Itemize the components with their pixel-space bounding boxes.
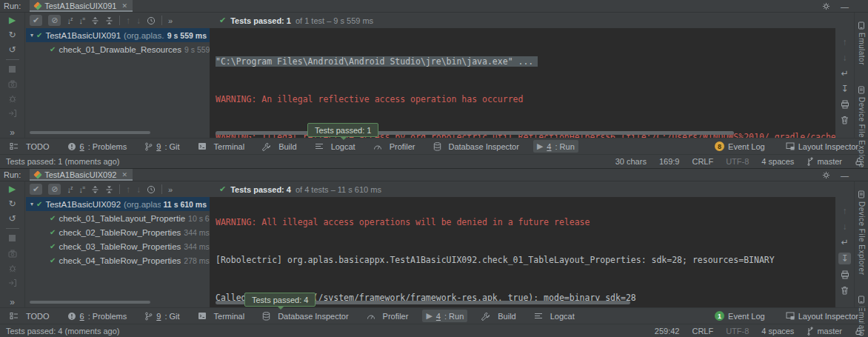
previous-occurrence-icon[interactable]: ↑	[126, 184, 130, 195]
sort-by-duration-icon[interactable]: ↓≡	[79, 185, 85, 194]
status-message[interactable]: Tests passed: 1 (moments ago)	[6, 157, 119, 166]
sort-alphabetically-icon[interactable]: ↓z	[67, 185, 73, 194]
tree-hscrollbar[interactable]	[30, 131, 150, 134]
down-stacktrace-icon[interactable]: ↓	[843, 221, 847, 232]
sort-by-duration-icon[interactable]: ↓≡	[79, 16, 85, 25]
status-message[interactable]: Tests passed: 4 (moments ago)	[6, 327, 119, 336]
lock-icon[interactable]	[855, 157, 862, 166]
up-stacktrace-icon[interactable]: ↑	[843, 206, 847, 216]
toolwindow-terminal[interactable]: Terminal	[194, 141, 249, 153]
toolwindow-logcat[interactable]: Logcat	[311, 141, 359, 153]
gear-icon[interactable]	[822, 171, 830, 179]
line-ending-widget[interactable]: CRLF	[692, 327, 713, 336]
caret-position-widget[interactable]: 259:42	[655, 327, 680, 336]
clear-console-icon[interactable]	[841, 115, 849, 125]
indent-widget[interactable]: 4 spaces	[761, 157, 794, 166]
gear-icon[interactable]	[822, 2, 830, 10]
toolwindow-logcat[interactable]: Logcat	[530, 310, 578, 322]
test-tree-item[interactable]: ✔ check_03_TableRow_Properties 344 ms	[26, 239, 210, 253]
rerun-failed-icon[interactable]: ↺	[8, 213, 16, 224]
scroll-to-end-icon[interactable]: ↧	[838, 253, 850, 264]
toolwindow-run[interactable]: ▶4: Run	[533, 140, 578, 153]
soft-wrap-icon[interactable]: ↵	[841, 237, 848, 247]
line-ending-widget[interactable]: CRLF	[692, 157, 713, 166]
show-ignored-icon[interactable]: ⊘	[48, 15, 61, 26]
show-passed-icon[interactable]: ✔	[30, 15, 42, 26]
test-history-icon[interactable]	[147, 16, 156, 25]
import-test-results-icon[interactable]	[8, 278, 17, 288]
scroll-to-end-icon[interactable]: ↧	[841, 84, 848, 94]
import-test-results-icon[interactable]	[8, 108, 17, 119]
test-tree-item[interactable]: ✔ check_01_TableLayout_Propertie 10 s 64…	[26, 211, 210, 225]
event-log-button[interactable]: 1Event Log	[711, 310, 769, 322]
next-occurrence-icon[interactable]: ↓	[136, 15, 141, 26]
show-ignored-icon[interactable]: ⊘	[48, 184, 61, 195]
toolwindow-todo[interactable]: TODO	[6, 310, 53, 322]
bug-icon[interactable]	[8, 263, 17, 273]
rerun-icon[interactable]: ↻	[8, 30, 16, 40]
indent-widget[interactable]: 4 spaces	[761, 327, 794, 336]
expand-all-icon[interactable]	[91, 185, 99, 194]
close-icon[interactable]: ✕	[121, 171, 127, 178]
hide-icon[interactable]: —	[841, 2, 849, 11]
rerun-button[interactable]: ▶	[9, 15, 16, 25]
tree-hscrollbar[interactable]	[30, 301, 150, 304]
caret-position-widget[interactable]: 169:9	[659, 157, 680, 166]
more-icon[interactable]: »	[168, 16, 173, 25]
console-hscrollbar[interactable]	[216, 131, 734, 135]
test-tree-root[interactable]: ▾ ✔ TestA1BasicUIX092 (org.aplas.basica …	[26, 197, 210, 211]
encoding-widget[interactable]: UTF-8	[726, 327, 749, 336]
screenshot-icon[interactable]	[8, 79, 17, 90]
bug-icon[interactable]	[8, 93, 17, 104]
rerun-button[interactable]: ▶	[9, 184, 16, 194]
screenshot-icon[interactable]	[8, 248, 17, 258]
down-stacktrace-icon[interactable]: ↓	[843, 53, 847, 63]
chevron-down-icon[interactable]: ▾	[30, 201, 33, 207]
toolwindow-profiler[interactable]: Profiler	[363, 310, 413, 322]
toolwindow-run[interactable]: ▶4: Run	[422, 310, 467, 322]
git-branch-widget[interactable]: master	[807, 157, 842, 166]
print-icon[interactable]	[841, 270, 849, 280]
sort-alphabetically-icon[interactable]: ↓z	[67, 16, 73, 25]
encoding-widget[interactable]: UTF-8	[726, 157, 749, 166]
next-occurrence-icon[interactable]: ↓	[136, 184, 141, 195]
previous-occurrence-icon[interactable]: ↑	[126, 15, 130, 26]
toolwindow-database-inspector[interactable]: Database Inspector	[430, 141, 523, 153]
chars-widget[interactable]: 30 chars	[615, 157, 647, 166]
chevrons-icon[interactable]: »	[10, 127, 15, 138]
rerun-failed-icon[interactable]: ↺	[8, 44, 16, 55]
test-tree-item[interactable]: ✔ check_02_TableRow_Properties 344 ms	[26, 225, 210, 239]
run-tab[interactable]: TestA1BasicUIX091 ✕	[30, 0, 133, 12]
lock-icon[interactable]	[855, 327, 862, 336]
close-icon[interactable]: ✕	[121, 2, 127, 10]
print-icon[interactable]	[841, 99, 849, 110]
toolwindow-database-inspector[interactable]: Database Inspector	[258, 310, 352, 322]
layout-inspector-button[interactable]: Layout Inspector	[782, 141, 862, 153]
toolwindow-git[interactable]: 9: Git	[141, 310, 183, 322]
chevron-down-icon[interactable]: ▾	[30, 32, 33, 39]
toolwindow-todo[interactable]: TODO	[6, 141, 53, 153]
strip-item-device-file-explorer[interactable]: Device File Explorer	[858, 190, 866, 275]
expand-all-icon[interactable]	[91, 16, 99, 25]
test-tree-item[interactable]: ✔ check_01_Drawable_Resources 9 s 559 ms	[26, 42, 210, 56]
toolwindow-problems[interactable]: 6: Problems	[64, 310, 131, 322]
clear-console-icon[interactable]	[841, 285, 849, 296]
test-history-icon[interactable]	[147, 185, 156, 194]
more-icon[interactable]: »	[168, 185, 173, 194]
soft-wrap-icon[interactable]: ↵	[841, 68, 848, 79]
toolwindow-terminal[interactable]: Terminal	[194, 310, 249, 322]
git-branch-widget[interactable]: master	[807, 327, 842, 336]
test-tree-item[interactable]: ✔ check_04_TableRow_Properties 278 ms	[26, 253, 210, 267]
up-stacktrace-icon[interactable]: ↑	[843, 37, 847, 47]
collapse-all-icon[interactable]	[105, 16, 113, 25]
rerun-icon[interactable]: ↻	[8, 198, 16, 209]
layout-inspector-button[interactable]: Layout Inspector	[782, 310, 862, 322]
event-log-button[interactable]: 8Event Log	[711, 140, 769, 153]
chevrons-icon[interactable]: »	[10, 297, 15, 307]
run-tab[interactable]: TestA1BasicUIX092 ✕	[30, 169, 133, 181]
toolwindow-problems[interactable]: 6: Problems	[64, 141, 131, 153]
strip-item-emulator[interactable]: Emulator	[858, 21, 866, 65]
toolwindow-git[interactable]: 9: Git	[141, 141, 183, 153]
toolwindow-build[interactable]: Build	[478, 310, 519, 322]
show-passed-icon[interactable]: ✔	[30, 184, 42, 195]
